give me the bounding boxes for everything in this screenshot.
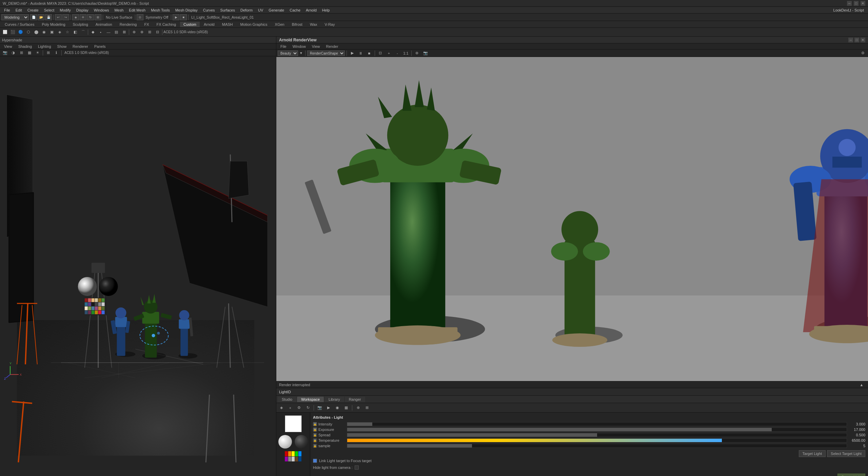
menu-generate[interactable]: Generate bbox=[266, 7, 287, 13]
tab-motion-graphics[interactable]: Motion Graphics bbox=[237, 22, 271, 27]
new-scene-button[interactable]: 📄 bbox=[30, 14, 37, 20]
select-button[interactable]: ◈ bbox=[72, 14, 79, 20]
menu-modify[interactable]: Modify bbox=[57, 7, 73, 13]
lightid-tool-display[interactable]: ▦ bbox=[342, 404, 350, 412]
render-start-button[interactable]: ▶ bbox=[349, 49, 356, 57]
menu-create[interactable]: Create bbox=[25, 7, 41, 13]
render-win-maximize[interactable]: □ bbox=[854, 38, 859, 42]
arnold-menu-file[interactable]: File bbox=[278, 44, 289, 49]
icon-hierarchy[interactable]: ⬛ bbox=[9, 28, 17, 36]
lightid-tool-refresh[interactable]: ↻ bbox=[304, 404, 312, 412]
render-status-expand[interactable]: ▲ bbox=[858, 381, 865, 389]
icon-face[interactable]: ▤ bbox=[113, 28, 120, 36]
render-settings-icon[interactable]: ⚙ bbox=[859, 49, 867, 57]
tab-sculpting[interactable]: Sculpting bbox=[70, 22, 92, 27]
open-button[interactable]: 📂 bbox=[38, 14, 44, 20]
menu-mesh-display[interactable]: Mesh Display bbox=[173, 7, 200, 13]
temperature-lock-icon[interactable]: 🔒 bbox=[313, 438, 317, 442]
icon-select-all[interactable]: ⬜ bbox=[1, 28, 9, 36]
icon-extrude[interactable]: ⊕ bbox=[130, 28, 138, 36]
lightid-tab-workspace[interactable]: Workspace bbox=[297, 397, 324, 402]
intensity-lock-icon[interactable]: 🔒 bbox=[313, 422, 317, 426]
lightid-tool-select[interactable]: ◈ bbox=[278, 404, 285, 412]
exposure-lock-icon[interactable]: 🔒 bbox=[313, 428, 317, 432]
vp-heads-up-icon[interactable]: ℹ bbox=[53, 49, 60, 57]
vp-menu-view[interactable]: View bbox=[1, 44, 15, 49]
vp-menu-shading[interactable]: Shading bbox=[16, 44, 35, 49]
icon-poly-sphere[interactable]: ⬡ bbox=[25, 28, 32, 36]
render-zoom-fit[interactable]: ⊡ bbox=[377, 49, 384, 57]
tab-arnold[interactable]: Arnold bbox=[200, 22, 218, 27]
lightid-tab-studio[interactable]: Studio bbox=[278, 397, 296, 402]
lightid-tool-chart[interactable]: ⊞ bbox=[363, 404, 371, 412]
tab-xgen[interactable]: XGen bbox=[272, 22, 288, 27]
rotate-button[interactable]: ↻ bbox=[87, 14, 94, 20]
render-zoom-out[interactable]: - bbox=[394, 49, 401, 57]
arnold-menu-window[interactable]: Window bbox=[290, 44, 309, 49]
tab-wax[interactable]: Wax bbox=[307, 22, 321, 27]
icon-nurbs[interactable]: ◈ bbox=[56, 28, 63, 36]
menu-help[interactable]: Help bbox=[319, 7, 333, 13]
arnold-menu-render[interactable]: Render bbox=[323, 44, 341, 49]
close-button[interactable]: ✕ bbox=[861, 1, 865, 6]
redo-button[interactable]: ↪ bbox=[62, 14, 69, 20]
scale-button[interactable]: ⊞ bbox=[95, 14, 101, 20]
stop-button[interactable]: ■ bbox=[180, 14, 187, 20]
beauty-dropdown[interactable]: Beauty bbox=[278, 51, 298, 56]
menu-mesh[interactable]: Mesh bbox=[112, 7, 126, 13]
menu-edit[interactable]: Edit bbox=[13, 7, 25, 13]
exposure-slider[interactable] bbox=[347, 428, 847, 432]
render-zoom-in[interactable]: + bbox=[385, 49, 393, 57]
tab-rendering[interactable]: Rendering bbox=[116, 22, 140, 27]
lightid-tool-arrow[interactable]: ▶ bbox=[325, 404, 332, 412]
icon-edge[interactable]: — bbox=[105, 28, 112, 36]
lightid-tool-settings[interactable]: ⚙ bbox=[295, 404, 303, 412]
menu-display[interactable]: Display bbox=[74, 7, 91, 13]
menu-edit-mesh[interactable]: Edit Mesh bbox=[126, 7, 148, 13]
menu-surfaces[interactable]: Surfaces bbox=[218, 7, 238, 13]
tab-poly-modeling[interactable]: Poly Modeling bbox=[38, 22, 68, 27]
icon-uv[interactable]: ⊠ bbox=[120, 28, 128, 36]
vp-light-icon[interactable]: ☀ bbox=[34, 49, 41, 57]
vp-wireframe-icon[interactable]: ⊞ bbox=[18, 49, 25, 57]
spread-lock-icon[interactable]: 🔒 bbox=[313, 433, 317, 437]
sample-slider[interactable] bbox=[347, 444, 847, 448]
maximize-button[interactable]: □ bbox=[854, 1, 859, 6]
menu-select[interactable]: Select bbox=[41, 7, 57, 13]
render-snapshot[interactable]: 📷 bbox=[422, 49, 429, 57]
tab-mash[interactable]: MASH bbox=[219, 22, 236, 27]
link-light-checkbox[interactable] bbox=[313, 459, 317, 463]
vp-menu-show[interactable]: Show bbox=[55, 44, 70, 49]
vp-grid-icon[interactable]: ⊞ bbox=[44, 49, 52, 57]
render-color-picker[interactable]: ⊛ bbox=[413, 49, 421, 57]
menu-windows[interactable]: Windows bbox=[91, 7, 112, 13]
magnet-button[interactable]: ⊙ bbox=[137, 14, 143, 20]
vp-shading-icon[interactable]: ◑ bbox=[9, 49, 17, 57]
play-button[interactable]: ▶ bbox=[173, 14, 179, 20]
menu-mesh-tools[interactable]: Mesh Tools bbox=[148, 7, 172, 13]
lightid-tab-ranger[interactable]: Ranger bbox=[345, 397, 365, 402]
tab-fx[interactable]: FX bbox=[141, 22, 152, 27]
render-100pct[interactable]: 1:1 bbox=[402, 49, 410, 57]
vp-camera-icon[interactable]: 📷 bbox=[1, 49, 9, 57]
menu-uv[interactable]: UV bbox=[255, 7, 266, 13]
target-light-button[interactable]: Target Light bbox=[799, 450, 826, 457]
icon-component-select[interactable]: ◆ bbox=[89, 28, 97, 36]
tab-vray[interactable]: V-Ray bbox=[321, 22, 338, 27]
lightid-tool-add[interactable]: + bbox=[287, 404, 294, 412]
vp-menu-renderer[interactable]: Renderer bbox=[70, 44, 91, 49]
render-pause-button[interactable]: ⏸ bbox=[357, 49, 364, 57]
save-button[interactable]: 💾 bbox=[45, 14, 52, 20]
icon-poly-cube[interactable]: ⬤ bbox=[33, 28, 40, 36]
camera-selector[interactable]: RenderCamShape bbox=[307, 51, 345, 56]
minimize-button[interactable]: ─ bbox=[847, 1, 852, 6]
icon-cameras[interactable]: ◧ bbox=[72, 28, 79, 36]
hide-light-checkbox[interactable] bbox=[355, 465, 359, 470]
lightid-tool-link[interactable]: ⊕ bbox=[354, 404, 362, 412]
intensity-slider[interactable] bbox=[347, 422, 847, 426]
arnold-menu-view[interactable]: View bbox=[309, 44, 323, 49]
render-win-close[interactable]: ✕ bbox=[861, 38, 865, 42]
menu-deform[interactable]: Deform bbox=[238, 7, 255, 13]
select-target-light-button[interactable]: Select Target Light bbox=[827, 450, 865, 457]
lightid-tool-3d[interactable]: ◉ bbox=[334, 404, 341, 412]
